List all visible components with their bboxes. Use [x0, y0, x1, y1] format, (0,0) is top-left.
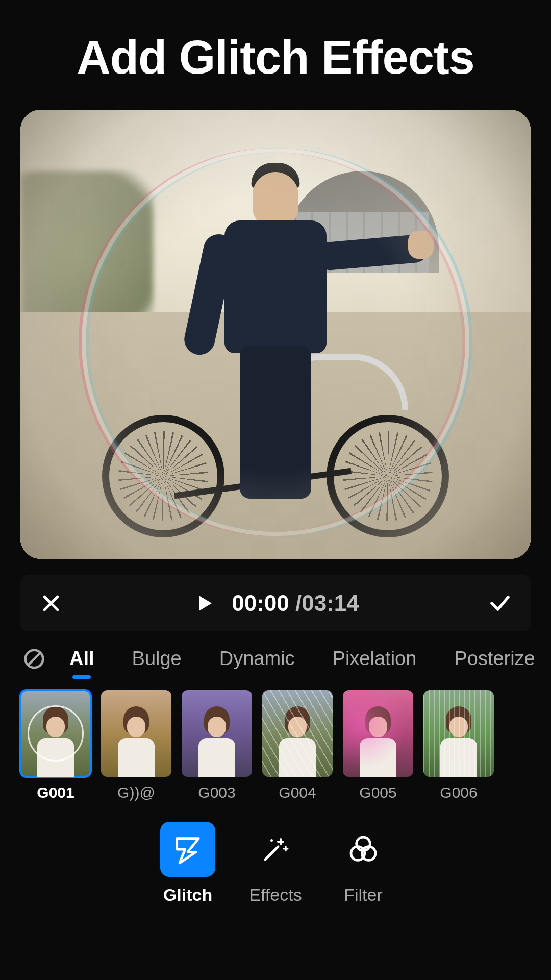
thumb-person: [198, 706, 235, 777]
current-time: 00:00: [232, 591, 289, 616]
sparkle-wand-icon: [248, 822, 303, 877]
video-preview[interactable]: [20, 110, 531, 559]
confirm-button[interactable]: [488, 591, 512, 616]
glitch-overlay-ring: [82, 148, 469, 536]
tool-effects[interactable]: Effects: [248, 822, 303, 905]
effect-thumb-label: G005: [359, 784, 396, 801]
thumb-person: [118, 706, 155, 777]
total-time: 03:14: [302, 591, 359, 616]
effect-thumb-label: G001: [37, 784, 74, 801]
none-icon: [22, 647, 46, 671]
effect-thumb-image: [343, 690, 413, 777]
effect-thumb-g005[interactable]: G005: [343, 690, 413, 801]
play-button[interactable]: [192, 591, 216, 616]
no-effect-button[interactable]: [22, 646, 46, 672]
effect-thumb-image: [20, 690, 91, 777]
effect-thumb-g006[interactable]: G006: [423, 690, 494, 801]
category-tab-dynamic[interactable]: Dynamic: [215, 643, 299, 675]
effect-thumbnails: G001G))@G003G004G005G006: [20, 690, 531, 801]
cancel-button[interactable]: [39, 591, 63, 616]
close-icon: [40, 592, 62, 615]
check-icon: [488, 590, 512, 617]
time-display: 00:00 /03:14: [232, 591, 359, 616]
tool-label: Glitch: [163, 885, 212, 905]
play-icon: [194, 593, 214, 614]
playback-bar: 00:00 /03:14: [20, 575, 531, 631]
effect-thumb-image: [182, 690, 252, 777]
tool-glitch[interactable]: Glitch: [160, 822, 215, 905]
effect-thumb-image: [262, 690, 333, 777]
effect-thumb-label: G003: [198, 784, 235, 801]
time-separator: /: [289, 591, 302, 616]
category-tab-pixelation[interactable]: Pixelation: [329, 643, 421, 675]
effect-thumb-label: G))@: [117, 784, 155, 801]
category-tab-bulge[interactable]: Bulge: [128, 643, 186, 675]
tool-label: Effects: [249, 885, 302, 905]
category-tab-posterize[interactable]: Posterize: [450, 643, 539, 675]
effect-thumb-image: [101, 690, 171, 777]
svg-point-1: [270, 839, 273, 842]
effect-thumb-g001[interactable]: G001: [20, 690, 91, 801]
effect-thumb-image: [423, 690, 494, 777]
category-tab-all[interactable]: All: [65, 643, 98, 675]
overlap-circles-icon: [336, 822, 391, 877]
effect-thumb-g))@[interactable]: G))@: [101, 690, 171, 801]
effect-thumb-label: G004: [279, 784, 316, 801]
effect-thumb-label: G006: [440, 784, 477, 801]
effect-thumb-g003[interactable]: G003: [182, 690, 252, 801]
bottom-tools: GlitchEffectsFilter: [20, 822, 531, 905]
page-title: Add Glitch Effects: [20, 31, 531, 84]
glitch-icon: [160, 822, 215, 877]
effect-thumb-g004[interactable]: G004: [262, 690, 333, 801]
tool-label: Filter: [344, 885, 383, 905]
category-row: AllBulgeDynamicPixelationPosterize: [20, 643, 531, 675]
tool-filter[interactable]: Filter: [336, 822, 391, 905]
